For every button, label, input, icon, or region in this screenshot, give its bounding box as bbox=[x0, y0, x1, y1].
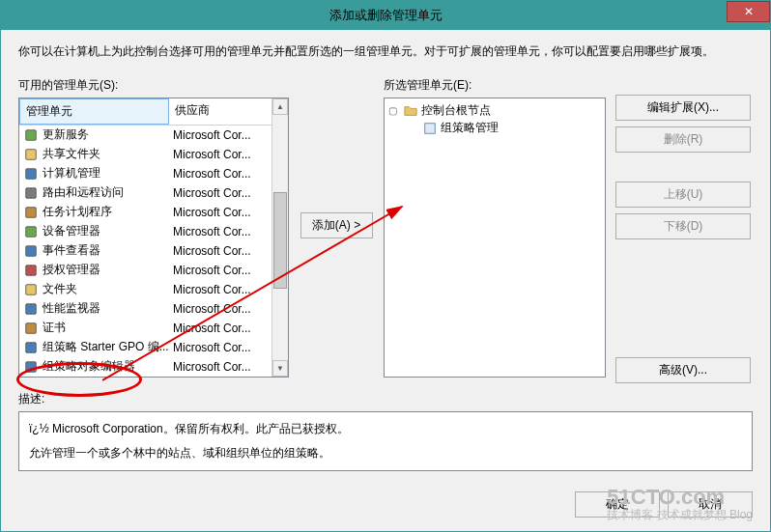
svg-rect-0 bbox=[26, 130, 37, 141]
svg-rect-2 bbox=[26, 169, 37, 180]
snapin-icon bbox=[423, 122, 437, 135]
window-title: 添加或删除管理单元 bbox=[329, 7, 443, 24]
snapin-name: 组策略对象编辑器 bbox=[43, 358, 173, 375]
snapin-icon bbox=[23, 359, 39, 375]
list-item[interactable]: 组策略 Starter GPO 编...Microsoft Cor... bbox=[19, 338, 288, 357]
add-button[interactable]: 添加(A) > bbox=[300, 212, 373, 238]
svg-rect-12 bbox=[26, 362, 37, 373]
snapin-name: 事件查看器 bbox=[43, 242, 173, 259]
snapin-name: 设备管理器 bbox=[43, 223, 173, 239]
selected-label: 所选管理单元(E): bbox=[384, 77, 606, 94]
description-line1: ï¿½ Microsoft Corporation。保留所有权利。此产品已获授权… bbox=[29, 420, 742, 438]
tree-expander-icon[interactable]: ▢ bbox=[388, 105, 400, 116]
svg-rect-6 bbox=[26, 246, 37, 257]
dialog-content: 你可以在计算机上为此控制台选择可用的管理单元并配置所选的一组管理单元。对于可扩展… bbox=[1, 30, 770, 485]
intro-text: 你可以在计算机上为此控制台选择可用的管理单元并配置所选的一组管理单元。对于可扩展… bbox=[18, 43, 753, 60]
scrollbar[interactable]: ▲ ▼ bbox=[271, 98, 288, 377]
snapin-name: 授权管理器 bbox=[43, 262, 173, 278]
snapin-name: 计算机管理 bbox=[43, 165, 173, 182]
snapin-name: 组策略 Starter GPO 编... bbox=[43, 339, 173, 355]
scroll-down-button[interactable]: ▼ bbox=[272, 360, 288, 377]
list-item[interactable]: 性能监视器Microsoft Cor... bbox=[19, 299, 288, 319]
snapin-icon bbox=[23, 185, 39, 201]
edit-extensions-button[interactable]: 编辑扩展(X)... bbox=[615, 95, 751, 121]
scroll-thumb[interactable] bbox=[273, 192, 287, 289]
svg-rect-1 bbox=[26, 150, 37, 160]
snapin-icon bbox=[23, 224, 39, 239]
column-header-name[interactable]: 管理单元 bbox=[19, 98, 169, 125]
svg-rect-5 bbox=[26, 227, 37, 238]
list-item[interactable]: 事件查看器Microsoft Cor... bbox=[19, 241, 288, 261]
snapin-icon bbox=[23, 243, 39, 259]
list-header: 管理单元 供应商 bbox=[19, 98, 288, 126]
snapin-icon bbox=[23, 340, 39, 355]
snapin-icon bbox=[23, 147, 39, 162]
list-item[interactable]: 授权管理器Microsoft Cor... bbox=[19, 261, 288, 280]
list-item[interactable]: 组策略对象编辑器Microsoft Cor... bbox=[19, 357, 288, 377]
ok-button[interactable]: 确定 bbox=[575, 491, 660, 518]
scroll-track[interactable] bbox=[272, 115, 288, 360]
snapin-icon bbox=[23, 301, 39, 317]
tree-child-label: 组策略管理 bbox=[441, 120, 499, 136]
description-label: 描述: bbox=[18, 391, 753, 407]
dialog-window: 添加或删除管理单元 ✕ 你可以在计算机上为此控制台选择可用的管理单元并配置所选的… bbox=[0, 0, 771, 532]
list-item[interactable]: 文件夹Microsoft Cor... bbox=[19, 280, 288, 299]
list-item[interactable]: 计算机管理Microsoft Cor... bbox=[19, 164, 288, 183]
svg-rect-11 bbox=[26, 343, 37, 353]
available-snapins-list[interactable]: 管理单元 供应商 更新服务Microsoft Cor...共享文件夹Micros… bbox=[18, 98, 289, 378]
description-box: ï¿½ Microsoft Corporation。保留所有权利。此产品已获授权… bbox=[18, 411, 753, 471]
list-item[interactable]: 共享文件夹Microsoft Cor... bbox=[19, 145, 288, 164]
list-item[interactable]: 证书Microsoft Cor... bbox=[19, 319, 288, 338]
svg-rect-4 bbox=[26, 208, 37, 218]
snapin-icon bbox=[23, 205, 39, 220]
snapin-icon bbox=[23, 321, 39, 336]
cancel-button[interactable]: 取消 bbox=[668, 491, 753, 518]
snapin-name: 文件夹 bbox=[43, 281, 173, 297]
remove-button[interactable]: 删除(R) bbox=[615, 126, 751, 153]
svg-rect-14 bbox=[425, 124, 436, 134]
tree-root[interactable]: ▢ 控制台根节点 bbox=[388, 102, 601, 120]
list-item[interactable]: 任务计划程序Microsoft Cor... bbox=[19, 203, 288, 222]
titlebar: 添加或删除管理单元 ✕ bbox=[1, 1, 770, 30]
tree-child[interactable]: 组策略管理 bbox=[388, 120, 601, 137]
svg-rect-3 bbox=[26, 188, 37, 199]
svg-rect-7 bbox=[26, 266, 37, 276]
snapin-icon bbox=[23, 127, 39, 143]
tree-root-label: 控制台根节点 bbox=[421, 102, 491, 119]
svg-rect-10 bbox=[26, 323, 37, 334]
close-button[interactable]: ✕ bbox=[727, 1, 770, 22]
snapin-name: 共享文件夹 bbox=[43, 146, 173, 162]
snapin-name: 路由和远程访问 bbox=[43, 184, 173, 201]
svg-rect-8 bbox=[26, 285, 37, 295]
description-line2: 允许管理一个或多个林中的站点、域和组织单位的组策略。 bbox=[29, 444, 742, 462]
dialog-footer: 确定 取消 bbox=[575, 491, 753, 518]
folder-icon bbox=[404, 104, 417, 118]
snapin-icon bbox=[23, 166, 39, 182]
scroll-up-button[interactable]: ▲ bbox=[272, 98, 288, 115]
snapin-name: 性能监视器 bbox=[43, 300, 173, 317]
list-item[interactable]: 设备管理器Microsoft Cor... bbox=[19, 222, 288, 241]
available-label: 可用的管理单元(S): bbox=[18, 77, 289, 94]
selected-snapins-tree[interactable]: ▢ 控制台根节点 组策略管理 bbox=[384, 98, 606, 378]
column-header-vendor[interactable]: 供应商 bbox=[169, 98, 288, 125]
snapin-icon bbox=[23, 282, 39, 297]
close-icon: ✕ bbox=[744, 5, 754, 18]
snapin-name: 更新服务 bbox=[43, 126, 173, 143]
move-up-button[interactable]: 上移(U) bbox=[615, 182, 751, 208]
advanced-button[interactable]: 高级(V)... bbox=[615, 357, 751, 383]
snapin-name: 证书 bbox=[43, 320, 173, 336]
list-item[interactable]: 更新服务Microsoft Cor... bbox=[19, 126, 288, 145]
svg-rect-9 bbox=[26, 304, 37, 315]
snapin-name: 任务计划程序 bbox=[43, 204, 173, 220]
snapin-icon bbox=[23, 263, 39, 278]
list-item[interactable]: 路由和远程访问Microsoft Cor... bbox=[19, 183, 288, 203]
move-down-button[interactable]: 下移(D) bbox=[615, 213, 751, 239]
